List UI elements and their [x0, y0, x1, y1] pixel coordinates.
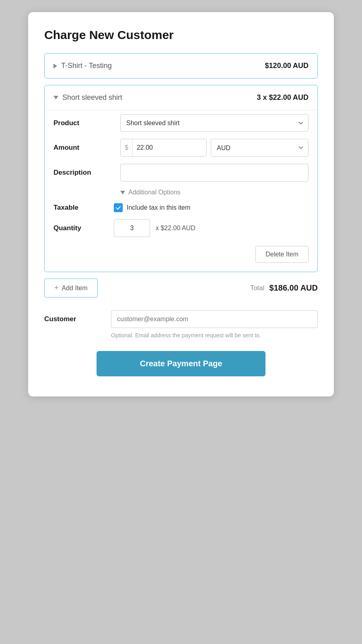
delete-row: Delete Item: [53, 246, 309, 263]
delete-item-button[interactable]: Delete Item: [255, 246, 309, 263]
plus-icon: +: [54, 284, 59, 292]
description-label: Description: [53, 169, 114, 177]
product-controls: Short sleeved shirt: [120, 114, 309, 132]
description-controls: [120, 164, 309, 182]
product-row: Product Short sleeved shirt: [53, 114, 309, 132]
taxable-checkbox[interactable]: [114, 203, 123, 212]
total-label: Total: [250, 284, 265, 292]
add-item-button[interactable]: + Add Item: [44, 279, 98, 297]
item-header-2[interactable]: Short sleeved shirt 3 x $22.00 AUD: [45, 85, 317, 110]
amount-row: Amount $ AUD: [53, 139, 309, 157]
add-total-row: + Add Item Total $186.00 AUD: [44, 279, 318, 297]
item-row-2: Short sleeved shirt 3 x $22.00 AUD Produ…: [44, 85, 318, 272]
item-body-2: Product Short sleeved shirt Amount $ AU: [45, 110, 317, 272]
dollar-prefix: $: [121, 139, 133, 156]
taxable-row: Taxable Include tax in this item: [53, 203, 309, 212]
total-amount: $186.00 AUD: [269, 283, 318, 293]
description-input[interactable]: [120, 164, 309, 182]
item-header-left-2: Short sleeved shirt: [53, 93, 122, 102]
quantity-input[interactable]: [114, 219, 150, 237]
taxable-text: Include tax in this item: [127, 204, 190, 211]
item-row-1: T-Shirt - Testing $120.00 AUD: [44, 53, 318, 78]
customer-hint: Optional. Email address the payment requ…: [111, 331, 318, 340]
amount-label: Amount: [53, 144, 114, 152]
customer-email-input[interactable]: [111, 310, 318, 328]
taxable-checkbox-wrapper: Include tax in this item: [114, 203, 190, 212]
currency-select[interactable]: AUD: [211, 139, 309, 157]
customer-section: Customer Optional. Email address the pay…: [44, 310, 318, 340]
quantity-row: Quantity x $22.00 AUD: [53, 219, 309, 237]
item-price-2: 3 x $22.00 AUD: [257, 93, 309, 102]
additional-options-chevron: [120, 191, 125, 194]
amount-input[interactable]: [133, 139, 207, 156]
item-name-2: Short sleeved shirt: [62, 93, 122, 102]
quantity-label: Quantity: [53, 224, 114, 232]
amount-input-wrapper: $: [120, 139, 207, 157]
customer-label: Customer: [44, 310, 105, 323]
item-price-1: $120.00 AUD: [265, 62, 309, 70]
item-name-1: T-Shirt - Testing: [61, 62, 112, 70]
product-select[interactable]: Short sleeved shirt: [120, 114, 309, 132]
additional-options-label: Additional Options: [128, 189, 181, 196]
product-label: Product: [53, 119, 114, 127]
taxable-label: Taxable: [53, 204, 114, 212]
page-title: Charge New Customer: [44, 28, 318, 42]
description-row: Description: [53, 164, 309, 182]
total-section: Total $186.00 AUD: [250, 283, 318, 293]
add-item-label: Add Item: [62, 285, 88, 292]
amount-controls: $ AUD: [120, 139, 309, 157]
quantity-multiplier: x $22.00 AUD: [156, 225, 195, 232]
item-header-left-1: T-Shirt - Testing: [53, 62, 112, 70]
customer-input-wrapper: Optional. Email address the payment requ…: [111, 310, 318, 340]
chevron-down-icon: [53, 96, 58, 99]
main-card: Charge New Customer T-Shirt - Testing $1…: [28, 12, 334, 396]
checkmark-icon: [115, 205, 121, 211]
additional-options-toggle[interactable]: Additional Options: [120, 189, 309, 196]
item-header-1[interactable]: T-Shirt - Testing $120.00 AUD: [45, 54, 317, 78]
chevron-right-icon: [53, 64, 57, 68]
create-payment-button[interactable]: Create Payment Page: [97, 351, 265, 376]
